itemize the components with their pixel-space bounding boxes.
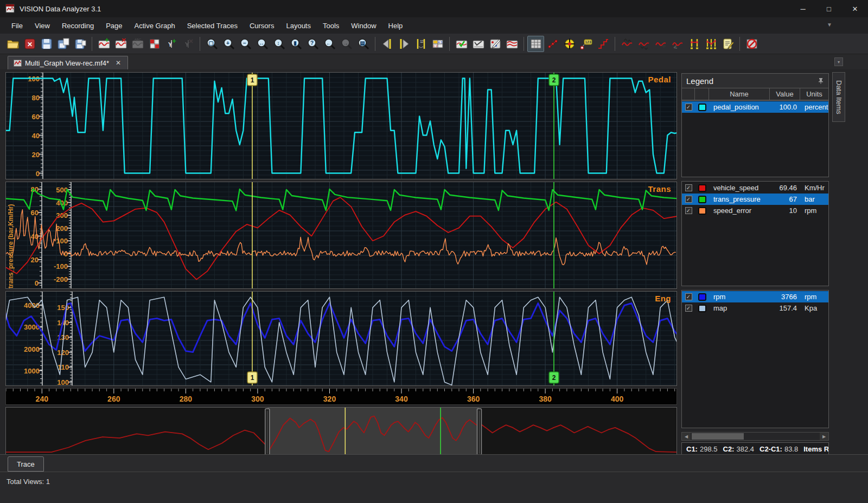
- svg-text:✕: ✕: [121, 37, 126, 43]
- trace-color-swatch[interactable]: [698, 196, 706, 203]
- trace-visible-checkbox[interactable]: ✓: [685, 196, 692, 203]
- menu-item-page[interactable]: Page: [100, 19, 128, 33]
- trace-color-swatch[interactable]: [698, 305, 706, 312]
- trace-color-swatch[interactable]: [698, 293, 706, 301]
- zoom-x-button[interactable]: ↔: [254, 36, 271, 52]
- cursor-previous-button[interactable]: [379, 36, 395, 52]
- graph-options-button[interactable]: [470, 36, 487, 52]
- document-tab[interactable]: Multi_Graph View-rec.mf4* ✕: [8, 56, 128, 69]
- overview-strip[interactable]: [5, 407, 677, 457]
- graph-eng[interactable]: 400030002000100015014013012011010012Eng: [5, 291, 677, 386]
- data-labels-button[interactable]: 123: [578, 36, 595, 52]
- graph-pedal[interactable]: 10080604020012Pedal: [5, 72, 677, 179]
- snap-cursor-button[interactable]: [561, 36, 578, 52]
- time-axis-ruler[interactable]: 240260280300320340360380400: [5, 388, 677, 405]
- save-as-button[interactable]: [55, 36, 72, 52]
- legend-row-rpm[interactable]: ✓rpm3766rpm: [682, 291, 828, 302]
- show-data-points-button[interactable]: [544, 36, 561, 52]
- data-items-side-tab[interactable]: Data Items: [832, 72, 845, 122]
- legend-row-trans_pressure[interactable]: ✓trans_pressure67bar: [682, 194, 828, 205]
- trace-visible-checkbox[interactable]: ✓: [685, 207, 692, 214]
- graph-trans[interactable]: 8060402005004003002001000-100-200Transtr…: [5, 182, 677, 289]
- save-button[interactable]: [38, 36, 55, 52]
- tab-scroll-button[interactable]: ▾: [834, 57, 843, 66]
- find-valleys-button[interactable]: [635, 36, 652, 52]
- trace-visible-checkbox[interactable]: ✓: [685, 305, 692, 312]
- menu-item-window[interactable]: Window: [345, 19, 382, 33]
- zoom-previous-button[interactable]: ←: [321, 36, 338, 52]
- cursor-pair-button[interactable]: 12: [412, 36, 429, 52]
- menu-item-file[interactable]: File: [5, 19, 29, 33]
- svg-text:320: 320: [323, 395, 336, 403]
- trace-list-button[interactable]: [503, 36, 520, 52]
- legend-scrollbar[interactable]: ◀ ▶: [681, 432, 829, 441]
- zoom-page-button[interactable]: ▤: [355, 36, 372, 52]
- menu-item-help[interactable]: Help: [382, 19, 409, 33]
- legend-row-speed_error[interactable]: ✓speed_error10rpm: [682, 205, 828, 216]
- trace-visible-checkbox[interactable]: ✓: [685, 104, 692, 111]
- svg-text:300: 300: [56, 211, 68, 220]
- marker-pair-button[interactable]: [686, 36, 703, 52]
- hide-trace-button[interactable]: [743, 36, 760, 52]
- open-file-button[interactable]: [4, 36, 21, 52]
- maximize-button[interactable]: □: [816, 0, 842, 17]
- col-name[interactable]: Name: [709, 88, 770, 100]
- close-file-button[interactable]: ✕: [21, 36, 38, 52]
- close-button[interactable]: ✕: [842, 0, 868, 17]
- trace-visible-checkbox[interactable]: ✓: [685, 293, 692, 300]
- scroll-right-icon[interactable]: ▶: [820, 433, 828, 440]
- zoom-unknown-button[interactable]: ?: [304, 36, 321, 52]
- trace-color-swatch[interactable]: [698, 104, 706, 111]
- menu-item-tools[interactable]: Tools: [317, 19, 345, 33]
- trace-value: 10: [770, 207, 800, 215]
- show-grid-button[interactable]: [527, 36, 544, 52]
- save-all-button[interactable]: [72, 36, 88, 52]
- pin-icon[interactable]: [818, 78, 824, 84]
- graphs-column: 10080604020012Pedal806040200500400300200…: [5, 72, 677, 457]
- marker-group-button[interactable]: [703, 36, 719, 52]
- scroll-left-icon[interactable]: ◀: [682, 433, 691, 440]
- menu-item-view[interactable]: View: [29, 19, 56, 33]
- zoom-box-button[interactable]: ▢: [203, 36, 220, 52]
- graph-properties-button[interactable]: [453, 36, 470, 52]
- toolbar-group-1: +✕ABCY+Y✕: [95, 36, 196, 52]
- trace-color-swatch[interactable]: [698, 184, 706, 192]
- menu-item-recording[interactable]: Recording: [56, 19, 100, 33]
- delete-graph-button[interactable]: ✕: [112, 36, 129, 52]
- toolbar-overflow-icon[interactable]: ▼: [827, 22, 832, 28]
- legend-row-vehicle_speed[interactable]: ✓vehicle_speed69.46Km/Hr: [682, 182, 828, 194]
- strip-chart-button[interactable]: [146, 36, 163, 52]
- cursor-values-button[interactable]: 1 24 5: [429, 36, 446, 52]
- col-units[interactable]: Units: [800, 88, 828, 100]
- remove-peak-marker-button[interactable]: [669, 36, 686, 52]
- legend-row-map[interactable]: ✓map157.4Kpa: [682, 302, 828, 314]
- step-interpolation-button[interactable]: [595, 36, 611, 52]
- cursor-next-button[interactable]: [395, 36, 412, 52]
- add-peak-marker-button[interactable]: [652, 36, 669, 52]
- trace-colors-button[interactable]: [487, 36, 503, 52]
- legend-section-2: ✓rpm3766rpm✓map157.4Kpa: [681, 290, 829, 428]
- legend-row-pedal_position[interactable]: ✓pedal_position100.0percent: [682, 101, 828, 113]
- zoom-in-button[interactable]: +: [220, 36, 237, 52]
- scrollbar-thumb[interactable]: [692, 433, 744, 440]
- menu-item-cursors[interactable]: Cursors: [244, 19, 280, 33]
- trace-name: trans_pressure: [709, 195, 770, 203]
- edit-notes-button[interactable]: [719, 36, 736, 52]
- zoom-out-button[interactable]: −: [237, 36, 254, 52]
- minimize-button[interactable]: ─: [790, 0, 816, 17]
- legend-header: Legend: [681, 73, 829, 88]
- tab-close-icon[interactable]: ✕: [114, 59, 122, 67]
- trace-tab[interactable]: Trace: [8, 456, 44, 472]
- add-graph-button[interactable]: +: [95, 36, 112, 52]
- menu-item-selected-traces[interactable]: Selected Traces: [181, 19, 244, 33]
- zoom-cursor-button[interactable]: ▮: [288, 36, 304, 52]
- zoom-y-button[interactable]: ↕: [271, 36, 288, 52]
- svg-text:+: +: [105, 37, 109, 44]
- trace-visible-checkbox[interactable]: ✓: [685, 184, 692, 191]
- trace-color-swatch[interactable]: [698, 207, 706, 215]
- add-y-axis-button[interactable]: Y+: [163, 36, 180, 52]
- find-peaks-button[interactable]: [618, 36, 635, 52]
- menu-item-active-graph[interactable]: Active Graph: [129, 19, 181, 33]
- menu-item-layouts[interactable]: Layouts: [280, 19, 317, 33]
- col-value[interactable]: Value: [770, 88, 800, 100]
